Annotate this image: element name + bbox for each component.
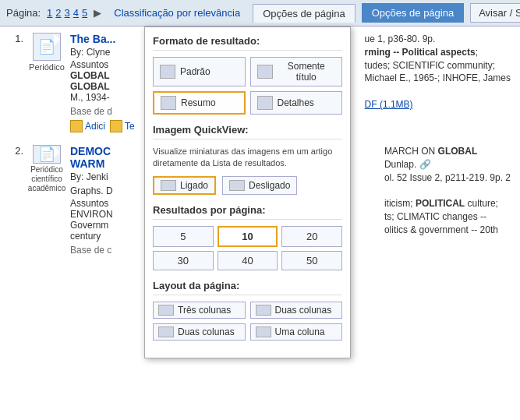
padrao-icon [160,65,175,79]
tab-opcoes-pagina[interactable]: Opções de página [362,3,465,23]
format-section-title: Formato de resultado: [153,35,342,51]
page-link-5[interactable]: 5 [82,7,87,19]
journal-icon-2: 📄 [38,146,55,163]
quickview-desc: Visualize miniaturas das imagens em um a… [153,146,342,170]
result-type: Periódico [29,62,65,72]
duas-colunas-1-icon [256,305,271,316]
format-detalhes-btn[interactable]: Detalhes [250,91,343,115]
page-link-4[interactable]: 4 [73,7,79,19]
page-label: Página: [6,7,41,19]
tab-avisar[interactable]: Avisar / Salvar / Compartilhar ▾ [470,3,520,23]
quickview-ligado-btn[interactable]: Ligado [153,176,216,195]
te-button-1[interactable]: Te [110,120,135,132]
layout-title: Layout da página: [153,280,342,295]
page-link-1[interactable]: 1 [47,7,52,19]
layout-tres-colunas-btn[interactable]: Três colunas [153,302,246,319]
toggle-options: Ligado Desligado [153,176,342,195]
result-title-1[interactable]: The Ba... [70,33,115,45]
page-link-2[interactable]: 2 [55,7,61,19]
layout-uma-coluna-btn[interactable]: Uma coluna [250,323,343,341]
quickview-desligado-btn[interactable]: Desligado [222,176,297,195]
tab-opcoes[interactable]: Opções de página [253,4,356,23]
result-number-2: 2. [9,145,23,157]
format-options: Padrão Somente título Resumo Detalhes [153,57,342,115]
layout-section: Layout da página: Três colunas Duas colu… [153,280,342,341]
result-right-meta-1: ue 1, p36-80. 9p. rming -- Political asp… [365,33,511,111]
main-content: 1. 📄 Periódico The Ba... By: Clyne Assun… [0,26,520,420]
format-resumo-btn[interactable]: Resumo [153,91,246,115]
result-type-2: Periódicocientíficoacadêmico [28,165,65,193]
format-section: Formato de resultado: Padrão Somente tít… [153,35,342,115]
te-icon [110,120,122,132]
perpage-20[interactable]: 20 [281,226,342,247]
quickview-title: Imagem QuickView: [153,124,342,139]
perpage-title: Resultados por página: [153,204,342,220]
perpage-section: Resultados por página: 5 10 20 30 40 50 [153,204,342,270]
sort-button[interactable]: Classificação por relevância [108,5,246,20]
doc-icon: 📄 [33,33,61,61]
layout-duas-colunas-1-btn[interactable]: Duas colunas [250,302,343,319]
result-number: 1. [9,33,23,44]
result-right-meta-2: MARCH ON GLOBAL Dunlap. 🔗 ol. 52 Issue 2… [384,145,511,237]
result-title-2[interactable]: DEMOCWARM [70,145,111,170]
result-icon-2: 📄 Periódicocientíficoacadêmico [31,145,62,184]
layout-duas-colunas-2-btn[interactable]: Duas colunas [153,323,246,341]
perpage-5[interactable]: 5 [153,226,214,247]
top-navigation: Página: 1 2 3 4 5 ▶ Classificação por re… [0,0,520,26]
journal-icon: 📄 [38,38,55,55]
desligado-icon [229,180,245,191]
result-icon: 📄 Periódico [31,33,62,72]
detalhes-icon [257,96,273,110]
options-panel: Formato de resultado: Padrão Somente tít… [144,26,351,358]
uma-coluna-icon [256,326,271,337]
doc-icon-2: 📄 [33,145,61,164]
perpage-40[interactable]: 40 [218,251,278,270]
folder-icon [70,120,83,132]
resumo-icon [161,96,176,110]
ligado-icon [161,180,176,191]
pdf-link-1[interactable]: DF (1.1MB) [365,99,413,110]
add-button-1[interactable]: Adici [70,120,105,132]
format-padrao-btn[interactable]: Padrão [153,57,246,86]
perpage-10[interactable]: 10 [218,226,278,247]
somente-titulo-icon [257,65,273,79]
format-somente-titulo-btn[interactable]: Somente título [250,57,343,86]
quickview-section: Imagem QuickView: Visualize miniaturas d… [153,124,342,195]
perpage-grid: 5 10 20 30 40 50 [153,226,342,270]
perpage-30[interactable]: 30 [153,251,214,270]
duas-colunas-2-icon [158,326,174,337]
page-links: 1 2 3 4 5 [47,7,87,19]
layout-options: Três colunas Duas colunas Duas colunas U… [153,302,342,341]
next-page-arrow[interactable]: ▶ [94,7,101,19]
page-link-3[interactable]: 3 [65,7,70,19]
tres-colunas-icon [158,305,174,316]
perpage-50[interactable]: 50 [281,251,342,270]
